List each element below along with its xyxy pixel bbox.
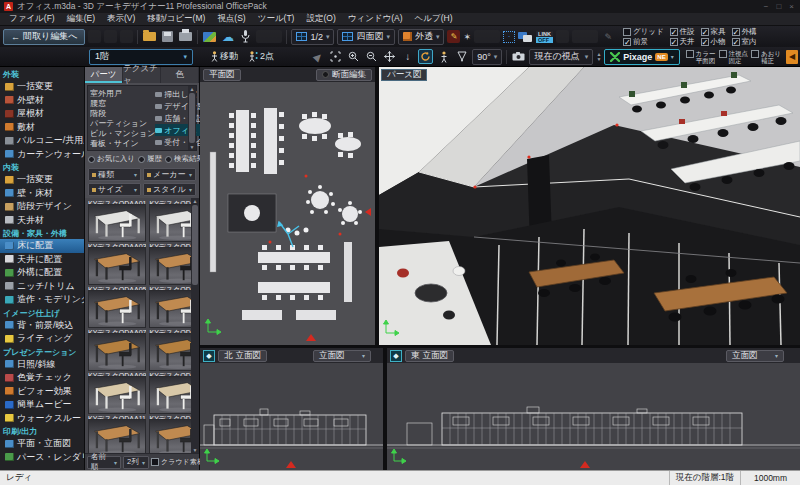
pixage-button[interactable]: Pixage NE ▾ [604, 49, 679, 65]
sidebar-item[interactable]: ウォークスルー [0, 412, 84, 426]
sidebar-item[interactable]: 造作・モデリング [0, 293, 84, 307]
layer-checkbox[interactable]: 家具 [701, 27, 726, 36]
walk-view-icon[interactable] [436, 49, 451, 64]
parts-thumbnail[interactable]: KYデスクODAA07 [88, 328, 146, 371]
menu-item[interactable]: ウィンドウ(A) [343, 13, 408, 25]
dual-view-icon[interactable] [518, 31, 533, 43]
category-item[interactable]: オフィス [155, 124, 205, 136]
collapse-panel-icon[interactable]: ◀ [786, 50, 798, 64]
fit-view-icon[interactable] [328, 49, 343, 64]
category-item[interactable]: 受付・待合 [155, 136, 205, 148]
filter-radio[interactable]: 検索結果 [165, 154, 204, 164]
sidebar-item[interactable]: 平面・立面図 [0, 437, 84, 451]
view-spinner[interactable]: ▲▼ [596, 52, 601, 62]
menu-item[interactable]: ファイル(F) [4, 13, 60, 25]
parts-thumbnail[interactable]: KYデスクODAA01 [88, 199, 146, 242]
page-select-dropdown[interactable]: 1/2▾ [291, 29, 334, 45]
open-folder-icon[interactable] [142, 29, 157, 44]
layer-checkbox[interactable]: グリッド [623, 27, 664, 36]
maximize-icon[interactable]: □ [776, 2, 781, 11]
parts-tab[interactable]: パーツ [85, 67, 123, 83]
category-item[interactable]: パーティション [90, 118, 155, 128]
menu-item[interactable]: 表示(V) [102, 13, 140, 25]
sidebar-item[interactable]: 一括変更 [0, 80, 84, 94]
category-item[interactable]: 階段 [90, 108, 155, 118]
sidebar-item[interactable]: 屋根材 [0, 107, 84, 121]
sidebar-item[interactable]: 日照/斜線 [0, 358, 84, 372]
sidebar-item[interactable]: ビフォー効果 [0, 385, 84, 399]
cloud-material-checkbox[interactable]: クラウド素材 [151, 457, 204, 467]
sidebar-item[interactable]: 天井材 [0, 214, 84, 228]
category-item[interactable]: 掃出し窓 [155, 88, 205, 100]
magic-wand-icon[interactable]: ✶ [463, 32, 471, 42]
close-icon[interactable]: × [789, 2, 794, 11]
perspective-viewport[interactable]: パース図 [379, 67, 800, 345]
layer-checkbox[interactable]: 外構 [732, 27, 757, 36]
sidebar-item[interactable]: 外構に配置 [0, 266, 84, 280]
sidebar-item[interactable]: 天井に配置 [0, 253, 84, 267]
sidebar-item[interactable]: バルコニー/共用廊下 [0, 134, 84, 148]
image-export-icon[interactable] [202, 29, 217, 44]
layer-checkbox[interactable]: 室内 [732, 37, 757, 46]
parts-filter-dropdown[interactable]: 種類▾ [88, 168, 141, 181]
menu-item[interactable]: 編集(E) [62, 13, 100, 25]
sidebar-item[interactable]: 色覚チェック [0, 371, 84, 385]
filter-radio[interactable]: お気に入り [88, 154, 135, 164]
filter-radio[interactable]: 履歴 [138, 154, 162, 164]
view-option-checkbox[interactable]: 注視点固定 [719, 50, 749, 64]
menu-item[interactable]: 設定(O) [301, 13, 340, 25]
move-mode-button[interactable]: 移動 [207, 49, 242, 65]
category-scrollbar[interactable]: ▲▼ [188, 86, 196, 150]
perspective-canvas[interactable] [379, 67, 800, 345]
pan-icon[interactable] [382, 49, 397, 64]
down-arrow-icon[interactable]: ↓ [400, 49, 415, 64]
layer-checkbox[interactable]: 天井 [670, 37, 695, 46]
zoom-in-icon[interactable] [346, 49, 361, 64]
save-icon[interactable] [160, 29, 175, 44]
minimize-icon[interactable]: − [764, 2, 769, 11]
sidebar-item[interactable]: 床に配置 [0, 239, 84, 253]
menu-item[interactable]: 視点(S) [212, 13, 250, 25]
sidebar-item[interactable]: 外壁材 [0, 94, 84, 108]
angle-dropdown[interactable]: 90°▾ [472, 49, 502, 65]
view-option-checkbox[interactable]: カラー平面図 [686, 50, 716, 64]
sidebar-item[interactable]: 簡単ムービー [0, 398, 84, 412]
north-view-type-dropdown[interactable]: 立面図▾ [313, 350, 371, 362]
parts-tab[interactable]: テクスチャ [123, 67, 161, 83]
layer-checkbox[interactable]: 小物 [701, 37, 726, 46]
sidebar-item[interactable]: 背・前景/映込 [0, 319, 84, 333]
zoom-out-icon[interactable] [364, 49, 379, 64]
parts-thumbnail[interactable]: KYデスクODAA03 [88, 242, 146, 285]
sidebar-item[interactable]: 壁・床材 [0, 187, 84, 201]
parts-filter-dropdown[interactable]: メーカー▾ [143, 168, 196, 181]
category-item[interactable]: ビル・マンション [90, 128, 155, 138]
quad-view-dropdown[interactable]: 四面図▾ [337, 29, 395, 45]
layer-checkbox[interactable]: 住設 [670, 27, 695, 36]
print-icon[interactable] [178, 29, 193, 44]
sort-dropdown[interactable]: 名前順▾ [87, 456, 121, 469]
region-select-icon[interactable]: · [503, 31, 515, 43]
north-elevation-viewport[interactable]: ◆ 北立面図 立面図▾ [200, 348, 383, 470]
cloud-icon[interactable]: ☁ [220, 29, 235, 44]
parts-filter-dropdown[interactable]: サイズ▾ [88, 183, 141, 196]
north-elevation-canvas[interactable] [200, 363, 383, 470]
sidebar-item[interactable]: ライティング [0, 332, 84, 346]
two-point-mode-button[interactable]: 2点 [245, 49, 278, 65]
view-option-checkbox[interactable]: あおり補正 [751, 50, 781, 64]
sidebar-item[interactable]: ニッチ/トリム [0, 280, 84, 294]
sidebar-item[interactable]: カーテンウォール [0, 148, 84, 162]
east-elevation-viewport[interactable]: ◆ 東立面図 立面図▾ [387, 348, 800, 470]
rotate-view-icon[interactable] [418, 49, 433, 64]
current-view-dropdown[interactable]: 現在の視点▾ [529, 49, 593, 65]
compass-icon[interactable]: ◆ [390, 350, 402, 362]
plan-viewport[interactable]: 平面図 断面編集 [200, 67, 375, 345]
back-to-floorplan-button[interactable]: ← 間取り編集へ [3, 29, 85, 45]
category-item[interactable]: 室外用戸 [90, 88, 155, 98]
east-elevation-canvas[interactable] [387, 363, 800, 470]
category-item[interactable]: 店舗・施設 [155, 112, 205, 124]
edit-pen-icon[interactable]: ✎ [447, 30, 460, 43]
parts-filter-dropdown[interactable]: スタイル▾ [143, 183, 196, 196]
link-toggle[interactable]: LINK OFF [536, 31, 553, 43]
render-mode-dropdown[interactable]: 外透▾ [398, 29, 445, 45]
sidebar-item[interactable]: 敷材 [0, 121, 84, 135]
